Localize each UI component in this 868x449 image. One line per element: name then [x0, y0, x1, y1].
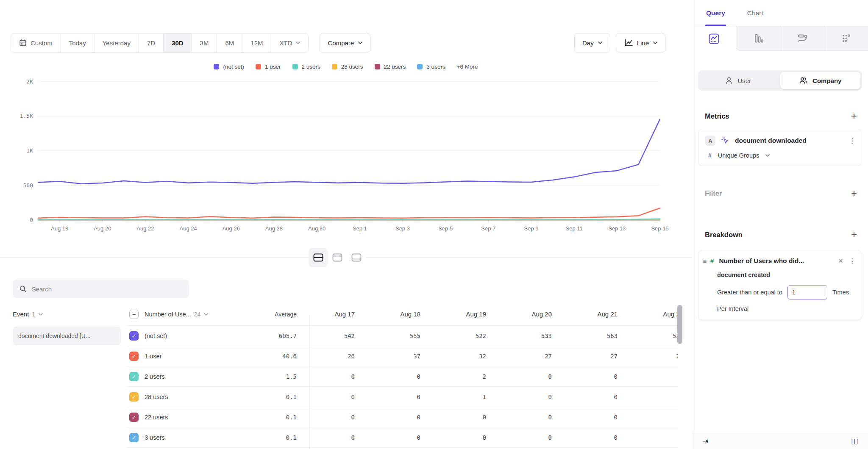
granularity-dropdown[interactable]: Day — [574, 33, 610, 53]
add-metric-button[interactable]: + — [849, 111, 860, 121]
legend-item[interactable]: 28 users — [332, 64, 363, 70]
user-toggle[interactable]: User — [698, 70, 779, 91]
range-30d-button[interactable]: 30D — [164, 33, 192, 52]
flow-icon — [796, 33, 808, 44]
svg-text:Aug 28: Aug 28 — [265, 225, 283, 232]
range-12m-button[interactable]: 12M — [242, 33, 271, 52]
legend-item[interactable]: 1 user — [256, 64, 281, 70]
times-input[interactable] — [787, 285, 827, 299]
layout-chart-only-button[interactable] — [328, 248, 347, 267]
tab-query[interactable]: Query — [706, 0, 725, 26]
table-cell: 0 — [638, 373, 678, 380]
chevron-down-icon — [204, 313, 208, 316]
breakdown-card[interactable]: ≡ # Number of Users who did... × ⋮ docum… — [698, 250, 862, 320]
legend-item[interactable]: 22 users — [375, 64, 406, 70]
add-filter-button[interactable]: + — [849, 188, 860, 198]
table-cell: 0 — [506, 394, 572, 400]
breakdown-title: Number of Users who did... — [719, 257, 835, 265]
table-row[interactable]: ✓ 1 user 40.6 26 37 32 27 27 28 — [0, 346, 678, 366]
series-checkbox[interactable]: ✓ — [129, 372, 139, 381]
svg-text:1.5K: 1.5K — [20, 113, 33, 119]
range-3m-button[interactable]: 3M — [192, 33, 217, 52]
table-cell: 0 — [638, 394, 678, 400]
tab-chart[interactable]: Chart — [747, 0, 763, 26]
table-cell: 0 — [441, 434, 506, 441]
range-today-button[interactable]: Today — [61, 33, 95, 52]
metrics-heading: Metrics — [705, 112, 729, 120]
series-checkbox[interactable]: ✓ — [129, 331, 139, 341]
svg-text:Sep 11: Sep 11 — [566, 225, 583, 232]
chart-type-label: Line — [637, 39, 649, 47]
range-7d-button[interactable]: 7D — [139, 33, 164, 52]
svg-text:0: 0 — [30, 217, 33, 223]
condition-label[interactable]: Greater than or equal to — [717, 289, 782, 296]
chevron-down-icon — [653, 42, 657, 44]
breakdown-kebab-menu[interactable]: ⋮ — [849, 258, 856, 265]
series-average: 0.1 — [286, 394, 309, 400]
range-6m-button[interactable]: 6M — [217, 33, 242, 52]
check-icon: ✓ — [132, 435, 136, 441]
layout-toggle-group — [309, 248, 366, 267]
legend-more-link[interactable]: +6 More — [457, 64, 478, 70]
drag-handle-icon[interactable]: ≡ — [703, 258, 707, 265]
search-box — [13, 280, 189, 298]
event-column-header[interactable]: Event 1 — [0, 310, 121, 318]
chart-type-bar-tab[interactable] — [736, 26, 780, 51]
split-panel-icon[interactable]: ◫ — [851, 438, 858, 445]
add-breakdown-button[interactable]: + — [849, 230, 860, 240]
hash-icon: # — [708, 152, 712, 159]
range-yesterday-button[interactable]: Yesterday — [95, 33, 139, 52]
table-cell: 0 — [572, 414, 638, 421]
main-area: Custom Today Yesterday 7D 30D 3M 6M 12M … — [0, 0, 692, 449]
company-toggle[interactable]: Company — [780, 72, 861, 89]
layout-split-button[interactable] — [309, 248, 328, 267]
chart-type-flow-tab[interactable] — [780, 26, 824, 51]
legend-item[interactable]: 3 users — [417, 64, 445, 70]
legend-label: 3 users — [426, 64, 445, 70]
table-cell: 0 — [375, 394, 441, 400]
metric-name[interactable]: document downloaded — [735, 137, 807, 144]
series-checkbox[interactable]: ✓ — [129, 433, 139, 442]
times-label: Times — [832, 289, 849, 296]
table-row[interactable]: document downloaded [U... ✓ (not set) 60… — [0, 326, 678, 346]
filter-heading: Filter — [705, 189, 722, 197]
series-checkbox[interactable]: ✓ — [129, 352, 139, 361]
search-input[interactable] — [32, 285, 182, 293]
series-checkbox[interactable]: ✓ — [129, 392, 139, 402]
metric-card[interactable]: A document downloaded ⋮ # Unique Groups — [698, 129, 862, 166]
per-interval-label[interactable]: Per Interval — [717, 305, 856, 312]
layout-table-only-button[interactable] — [347, 248, 366, 267]
chart-type-grid-tab[interactable] — [824, 26, 868, 51]
select-all-checkbox[interactable]: − — [129, 310, 139, 319]
check-icon: ✓ — [132, 354, 136, 359]
table-header-row: Event 1 − Number of Use... 24 Average Au… — [0, 302, 678, 326]
legend-item[interactable]: 2 users — [292, 64, 320, 70]
series-checkbox[interactable]: ✓ — [129, 413, 139, 422]
breakdown-event[interactable]: document created — [717, 272, 856, 278]
table-cell: 0 — [375, 373, 441, 380]
range-label: 12M — [250, 39, 263, 47]
compare-button[interactable]: Compare — [320, 33, 370, 53]
chart-type-dropdown[interactable]: Line — [616, 33, 665, 53]
range-xtd-button[interactable]: XTD — [271, 33, 308, 52]
bottom-panel-icon — [351, 253, 362, 262]
metric-kebab-menu[interactable]: ⋮ — [849, 137, 856, 144]
close-icon[interactable]: × — [838, 257, 843, 265]
legend-item[interactable]: (not set) — [214, 64, 244, 70]
range-custom-button[interactable]: Custom — [11, 33, 61, 52]
series-header-label[interactable]: Number of Use... — [145, 311, 191, 318]
line-chart[interactable]: 05001K1.5K2KAug 18Aug 20Aug 22Aug 24Aug … — [0, 76, 692, 237]
collapse-panel-icon[interactable]: ⇥ — [702, 438, 708, 445]
table-row[interactable]: ✓ 22 users 0.1 0 0 0 0 0 0 — [0, 407, 678, 427]
table-row[interactable]: ✓ 2 users 1.5 0 0 2 0 0 0 — [0, 366, 678, 387]
series-label: (not set) — [145, 333, 167, 339]
measure-dropdown[interactable]: # Unique Groups — [705, 152, 856, 159]
vertical-scrollbar[interactable] — [677, 305, 682, 344]
table-row[interactable]: ✓ 28 users 0.1 0 0 1 0 0 0 — [0, 387, 678, 407]
table-cell: 535 — [638, 333, 678, 339]
table-row[interactable]: ✓ 3 users 0.1 0 0 0 0 0 0 — [0, 427, 678, 448]
series-label: 2 users — [145, 373, 165, 380]
chart-type-line-tab[interactable] — [692, 26, 736, 51]
event-list-item[interactable]: document downloaded [U... — [13, 327, 121, 345]
table-cell: 0 — [572, 434, 638, 441]
